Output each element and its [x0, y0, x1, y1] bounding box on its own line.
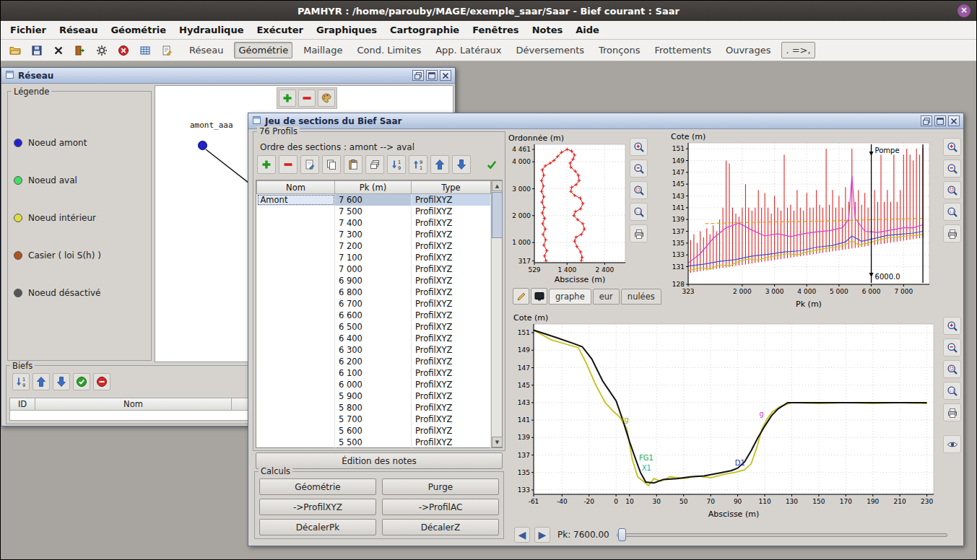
toolbar-button-item[interactable]: . =>, — [781, 42, 815, 58]
table-cell[interactable] — [257, 229, 335, 240]
table-cell[interactable]: 5 600 — [335, 425, 412, 437]
table-cell[interactable]: ProfilXYZ — [412, 206, 491, 217]
toolbar-button-geometrie[interactable]: Géométrie — [234, 42, 292, 58]
table-cell[interactable] — [257, 286, 335, 298]
biefs-column-nom[interactable]: Nom — [35, 398, 232, 411]
table-cell[interactable] — [257, 321, 335, 333]
zoom-out-button[interactable] — [630, 159, 648, 178]
sort-asc-button[interactable]: 91 — [409, 155, 427, 174]
grid-table-button[interactable] — [136, 42, 154, 59]
table-cell[interactable]: ProfilXYZ — [412, 229, 491, 240]
pk-slider-track[interactable] — [617, 533, 947, 537]
pk-slider[interactable] — [617, 527, 947, 543]
table-cell[interactable]: ProfilXYZ — [412, 425, 491, 437]
zoom-area-button[interactable] — [943, 181, 961, 199]
table-cell[interactable]: 5 700 — [335, 414, 412, 425]
next-profile-button[interactable]: ▶ — [534, 527, 550, 543]
pencil-button[interactable] — [513, 288, 529, 305]
app-close-button[interactable]: × — [958, 4, 971, 17]
table-cell[interactable]: ProfilXYZ — [412, 252, 491, 263]
table-cell[interactable]: ProfilXYZ — [412, 286, 491, 298]
arrow-up-button[interactable] — [430, 155, 449, 174]
zoom-in-button[interactable] — [630, 138, 648, 156]
table-cell[interactable]: ProfilXYZ — [412, 298, 491, 310]
toolbar-button-ouvrages[interactable]: Ouvrages — [722, 43, 775, 58]
window-max-button[interactable] — [426, 70, 438, 81]
table-cell[interactable]: 6 300 — [335, 344, 412, 356]
toolbar-button-app-lateraux[interactable]: App. Latéraux — [432, 43, 505, 58]
edition-notes-button[interactable]: Édition des notes — [256, 452, 503, 469]
check-circle-button[interactable] — [73, 373, 90, 390]
sort-desc-button[interactable]: 19 — [387, 155, 406, 174]
table-cell[interactable]: ProfilXYZ — [412, 275, 491, 286]
table-row[interactable]: 6 200ProfilXYZ — [257, 356, 491, 367]
table-row[interactable]: 5 600ProfilXYZ — [257, 425, 491, 437]
table-cell[interactable]: 6 400 — [335, 333, 412, 344]
table-cell[interactable] — [257, 217, 335, 229]
table-cell[interactable] — [257, 414, 335, 425]
table-cell[interactable]: ProfilXYZ — [412, 333, 491, 344]
table-row[interactable]: 7 500ProfilXYZ — [257, 206, 491, 217]
biefs-column-id[interactable]: ID — [9, 398, 35, 411]
app-titlebar[interactable]: PAMHYR : /home/parouby/MAGE/exemple_saar… — [1, 1, 976, 21]
table-row[interactable]: 5 500ProfilXYZ — [257, 437, 491, 448]
table-cell[interactable]: ProfilXYZ — [412, 414, 491, 425]
table-row[interactable]: 7 100ProfilXYZ — [257, 252, 491, 263]
table-cell[interactable] — [257, 437, 335, 448]
remove-button[interactable] — [279, 155, 298, 174]
save-button[interactable] — [28, 42, 45, 59]
menu-reseau[interactable]: Réseau — [53, 23, 104, 37]
table-cell[interactable]: 7 200 — [335, 240, 412, 252]
add-button[interactable] — [279, 89, 296, 107]
menu-fichier[interactable]: Fichier — [4, 23, 53, 37]
remove-button[interactable] — [298, 89, 316, 107]
table-cell[interactable]: 5 900 — [335, 390, 412, 402]
table-row[interactable]: 7 300ProfilXYZ — [257, 229, 491, 240]
table-cell[interactable] — [257, 390, 335, 402]
table-cell[interactable]: ProfilXYZ — [412, 240, 491, 252]
zoom-area-button[interactable] — [943, 360, 961, 378]
column-header-pk-m[interactable]: Pk (m) — [335, 181, 412, 194]
tab-eur[interactable]: eur — [593, 289, 620, 305]
table-cell[interactable]: 6 600 — [335, 310, 412, 321]
window-max-button[interactable] — [934, 115, 946, 126]
tab-graphe[interactable]: graphe — [549, 289, 591, 305]
menu-geometrie[interactable]: Géométrie — [104, 23, 173, 37]
longitudinal-chart[interactable]: Pompe6000.03232 0003 0004 0005 0006 0007… — [669, 131, 939, 309]
prev-profile-button[interactable]: ◀ — [514, 527, 530, 543]
toolbar-button-troncons[interactable]: Tronçons — [595, 43, 643, 58]
table-cell[interactable]: 5 500 — [335, 437, 412, 448]
table-cell[interactable] — [257, 310, 335, 321]
table-row[interactable]: 5 700ProfilXYZ — [257, 414, 491, 425]
toolbar-button-deversements[interactable]: Déversements — [512, 43, 588, 58]
table-cell[interactable] — [257, 402, 335, 414]
table-cell[interactable]: 7 300 — [335, 229, 412, 240]
zoom-in-button[interactable] — [943, 138, 961, 156]
arrow-down-button[interactable] — [53, 373, 70, 390]
table-row[interactable]: 6 600ProfilXYZ — [257, 310, 491, 321]
table-cell[interactable] — [257, 263, 335, 275]
table-cell[interactable]: ProfilXYZ — [412, 379, 491, 390]
window-close-button[interactable] — [440, 70, 451, 81]
table-cell[interactable]: 7 400 — [335, 217, 412, 229]
window-close-button[interactable] — [948, 115, 960, 126]
calc-button-decalerpk[interactable]: DécalerPk — [259, 519, 376, 535]
palette-button[interactable] — [318, 89, 335, 107]
table-cell[interactable] — [257, 206, 335, 217]
table-row[interactable]: 6 700ProfilXYZ — [257, 298, 491, 310]
zoom-in-button[interactable] — [943, 317, 961, 335]
close-x-button[interactable] — [50, 42, 67, 59]
menu-cartographie[interactable]: Cartographie — [383, 23, 466, 37]
table-cell[interactable] — [257, 333, 335, 344]
table-cell[interactable] — [257, 356, 335, 367]
table-cell[interactable]: ProfilXYZ — [412, 217, 491, 229]
gear-button[interactable] — [93, 42, 110, 59]
table-cell[interactable]: ProfilXYZ — [412, 437, 491, 448]
arrow-up-button[interactable] — [32, 373, 50, 390]
table-cell[interactable]: Amont — [257, 194, 335, 206]
table-cell[interactable]: 6 700 — [335, 298, 412, 310]
eye-button[interactable] — [943, 435, 961, 453]
edit-page-button[interactable] — [300, 155, 319, 174]
menu-graphiques[interactable]: Graphiques — [310, 23, 383, 37]
zoom-one-button[interactable]: 1:1 — [943, 382, 961, 400]
